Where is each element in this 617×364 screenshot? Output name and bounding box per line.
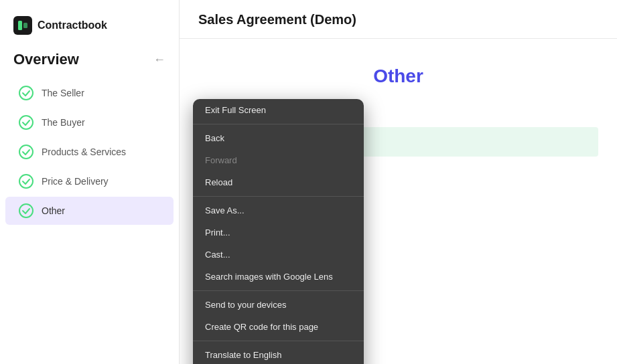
context-menu-item-back[interactable]: Back — [193, 127, 364, 149]
sidebar-item-the-buyer[interactable]: The Buyer — [5, 108, 174, 136]
context-menu-overlay: Exit Full Screen Back Forward Reload — [180, 0, 617, 364]
check-icon — [19, 86, 33, 100]
logo-text: Contractbook — [38, 19, 107, 31]
svg-rect-2 — [23, 23, 27, 28]
context-menu-item-cast[interactable]: Cast... — [193, 244, 364, 266]
context-menu-item-print[interactable]: Print... — [193, 221, 364, 244]
svg-point-3 — [19, 86, 33, 100]
context-menu-item-create-qr[interactable]: Create QR code for this page — [193, 316, 364, 338]
check-icon — [19, 174, 33, 189]
svg-point-6 — [19, 175, 33, 188]
sidebar-item-other[interactable]: Other — [5, 197, 174, 225]
sidebar-item-products-services[interactable]: Products & Services — [5, 138, 174, 166]
sidebar: Contractbook Overview ← The Seller The B… — [0, 0, 180, 364]
context-menu-item-translate[interactable]: Translate to English — [193, 344, 364, 364]
context-menu-item-reload[interactable]: Reload — [193, 171, 364, 193]
context-menu: Exit Full Screen Back Forward Reload — [193, 99, 364, 364]
menu-separator — [193, 290, 364, 291]
context-menu-item-exit-full-screen[interactable]: Exit Full Screen — [193, 99, 364, 121]
svg-rect-0 — [13, 16, 32, 35]
sidebar-item-label: The Seller — [42, 88, 84, 98]
logo-icon — [13, 16, 32, 35]
sidebar-item-label: Price & Delivery — [42, 176, 109, 187]
menu-separator — [193, 196, 364, 197]
main-content-area: Sales Agreement (Demo) Other rovisions t… — [180, 0, 617, 364]
overview-title: Overview — [13, 51, 79, 68]
menu-separator — [193, 124, 364, 124]
sidebar-nav: The Seller The Buyer Products & Services — [0, 79, 179, 225]
context-menu-item-forward[interactable]: Forward — [193, 149, 364, 171]
logo-area: Contractbook — [0, 11, 179, 51]
svg-point-4 — [19, 116, 33, 129]
menu-separator — [193, 341, 364, 341]
context-menu-item-save-as[interactable]: Save As... — [193, 199, 364, 221]
svg-point-7 — [19, 204, 33, 217]
sidebar-item-label: The Buyer — [42, 117, 85, 128]
sidebar-item-price-delivery[interactable]: Price & Delivery — [5, 167, 174, 195]
check-icon — [19, 203, 33, 218]
context-menu-item-send-to-devices[interactable]: Send to your devices — [193, 294, 364, 316]
sidebar-item-the-seller[interactable]: The Seller — [5, 79, 174, 107]
context-menu-item-search-images[interactable]: Search images with Google Lens — [193, 266, 364, 288]
svg-rect-1 — [18, 21, 22, 30]
check-icon — [19, 145, 33, 159]
collapse-sidebar-button[interactable]: ← — [153, 53, 165, 67]
sidebar-item-label: Products & Services — [42, 147, 126, 157]
sidebar-item-label: Other — [42, 205, 65, 216]
check-icon — [19, 115, 33, 130]
overview-header: Overview ← — [0, 51, 179, 79]
svg-point-5 — [19, 145, 33, 159]
